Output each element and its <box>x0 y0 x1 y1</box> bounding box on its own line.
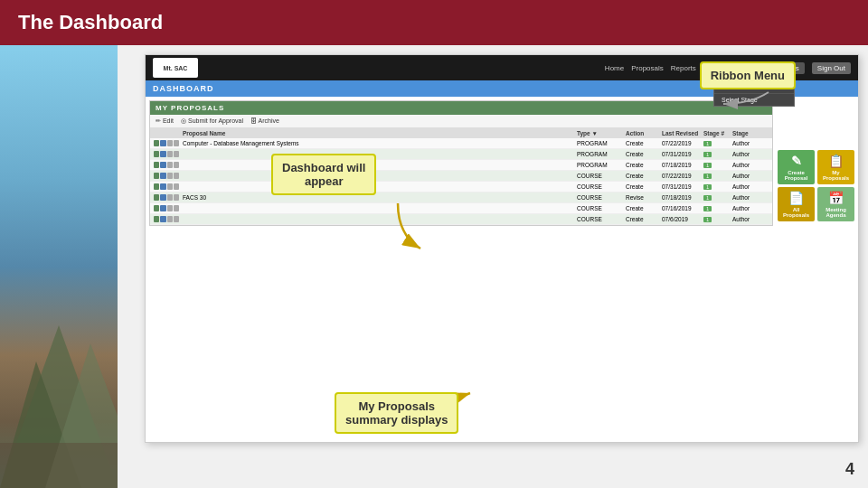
row-stage: Author <box>732 194 769 201</box>
row-proposal-name: FACS 30 <box>183 194 573 201</box>
row-action: Create <box>626 205 658 211</box>
col-stage: Stage <box>732 130 769 136</box>
proposals-toolbar: ✏ Edit ◎ Submit for Approval 🗄 Archive <box>150 115 772 128</box>
nav-signout[interactable]: Sign Out <box>812 62 851 74</box>
row-icons <box>154 162 179 168</box>
row-type: COURSE <box>577 183 622 190</box>
menu-select-stage[interactable]: Select Stage <box>714 94 794 106</box>
table-header: Proposal Name Type ▼ Action Last Revised… <box>150 128 772 138</box>
row-icon <box>160 205 165 211</box>
screenshot-area: Mt. SAC Home Proposals Reports Documents… <box>145 54 859 443</box>
row-icons <box>154 183 179 190</box>
proposals-rows-area: MY PROPOSALS ✏ Edit ◎ Submit for Approva… <box>146 100 777 226</box>
row-icon <box>154 205 159 211</box>
col-type: Type ▼ <box>577 130 622 136</box>
row-stage-num: 1 <box>703 183 729 190</box>
row-icons <box>154 151 179 157</box>
row-stage: Author <box>732 183 769 190</box>
tile-create-label: Create Proposal <box>779 170 813 181</box>
nav-home[interactable]: Home <box>605 64 624 72</box>
row-type: PROGRAM <box>577 140 622 146</box>
table-row[interactable]: PROGRAM Create 07/18/2019 1 Author <box>150 160 772 171</box>
table-row[interactable]: COURSE Create 07/31/2019 1 Author <box>150 182 772 192</box>
row-icon <box>160 173 165 179</box>
create-proposal-icon: ✎ <box>791 154 802 168</box>
row-stage: Author <box>732 205 769 211</box>
row-icon <box>174 216 179 222</box>
callout-ribbon-text: Ribbon Menu <box>711 69 785 82</box>
row-stage-num: 1 <box>703 216 729 222</box>
row-stage: Author <box>732 140 769 146</box>
table-row[interactable]: COURSE Create 07/6/2019 1 Author <box>150 214 772 225</box>
header-icons <box>154 130 179 136</box>
row-last-revised: 07/16/2019 <box>662 205 700 211</box>
row-icon <box>160 162 165 168</box>
callout-proposals-text: My Proposalssummary displays <box>345 399 448 427</box>
row-action: Create <box>626 216 658 222</box>
proposals-table: Proposal Name Type ▼ Action Last Revised… <box>150 128 772 225</box>
row-stage-num: 1 <box>703 194 729 201</box>
proposals-header-label: MY PROPOSALS <box>156 104 224 112</box>
toolbar-edit[interactable]: ✏ Edit <box>156 117 174 125</box>
table-row[interactable]: COURSE Create 07/16/2019 1 Author <box>150 203 772 214</box>
tile-all-proposals-label: All Proposals <box>779 207 813 218</box>
tile-my-proposals[interactable]: 📋 My Proposals <box>817 150 854 184</box>
tile-meeting-agenda[interactable]: 📅 Meeting Agenda <box>817 187 854 221</box>
row-icons <box>154 205 179 211</box>
my-proposals-icon: 📋 <box>828 154 844 168</box>
row-stage: Author <box>732 216 769 222</box>
toolbar-submit[interactable]: ◎ Submit for Approval <box>181 117 243 125</box>
row-proposal-name: Computer - Database Management Systems <box>183 140 573 146</box>
row-action: Create <box>626 173 658 179</box>
row-icon-view <box>160 140 165 146</box>
row-icon <box>154 183 159 190</box>
row-icon-edit <box>167 140 173 146</box>
row-type: COURSE <box>577 173 622 179</box>
row-last-revised: 07/18/2019 <box>662 194 700 201</box>
toolbar-archive[interactable]: 🗄 Archive <box>250 117 279 125</box>
tile-all-proposals[interactable]: 📄 All Proposals <box>778 187 815 221</box>
col-action: Action <box>626 130 658 136</box>
row-icon <box>167 205 173 211</box>
row-type: COURSE <box>577 205 622 211</box>
row-icon <box>154 162 159 168</box>
proposals-section: MY PROPOSALS ✏ Edit ◎ Submit for Approva… <box>149 100 773 226</box>
row-stage: Author <box>732 151 769 157</box>
logo-text: Mt. SAC <box>164 65 188 71</box>
tile-create-proposal[interactable]: ✎ Create Proposal <box>778 150 815 184</box>
callout-ribbon-menu: Ribbon Menu <box>700 61 796 89</box>
table-row[interactable]: Computer - Database Management Systems P… <box>150 138 772 149</box>
table-row[interactable]: PROGRAM Create 07/31/2019 1 Author <box>150 149 772 160</box>
row-stage-num: 1 <box>703 140 729 146</box>
row-action: Revise <box>626 194 658 201</box>
nav-proposals[interactable]: Proposals <box>631 64 664 72</box>
nav-reports[interactable]: Reports <box>671 64 696 72</box>
table-row[interactable]: COURSE Create 07/22/2019 1 Author <box>150 171 772 182</box>
row-stage-num: 1 <box>703 162 729 168</box>
row-type: PROGRAM <box>577 162 622 168</box>
title-bar: The Dashboard <box>0 0 868 45</box>
all-proposals-icon: 📄 <box>788 191 804 205</box>
row-icon <box>174 173 179 179</box>
col-stage-num: Stage # <box>703 130 729 136</box>
row-last-revised: 07/22/2019 <box>662 173 700 179</box>
row-icon-delete <box>174 140 179 146</box>
row-icon <box>154 194 159 201</box>
callout-dashboard-text: Dashboard willappear <box>282 161 365 188</box>
table-row[interactable]: FACS 30 COURSE Revise 07/18/2019 1 Autho… <box>150 192 772 203</box>
row-type: COURSE <box>577 216 622 222</box>
row-last-revised: 07/31/2019 <box>662 151 700 157</box>
row-action: Create <box>626 151 658 157</box>
dashboard-label: DASHBOARD <box>153 84 214 93</box>
main-content: Mt. SAC Home Proposals Reports Documents… <box>0 45 868 488</box>
row-action: Create <box>626 162 658 168</box>
row-icon <box>160 151 165 157</box>
row-icon <box>174 151 179 157</box>
row-stage-num: 1 <box>703 151 729 157</box>
row-icon <box>167 216 173 222</box>
row-icon <box>174 205 179 211</box>
callout-proposals: My Proposalssummary displays <box>335 392 458 434</box>
row-type: PROGRAM <box>577 151 622 157</box>
row-icon <box>174 183 179 190</box>
row-icon <box>167 151 173 157</box>
